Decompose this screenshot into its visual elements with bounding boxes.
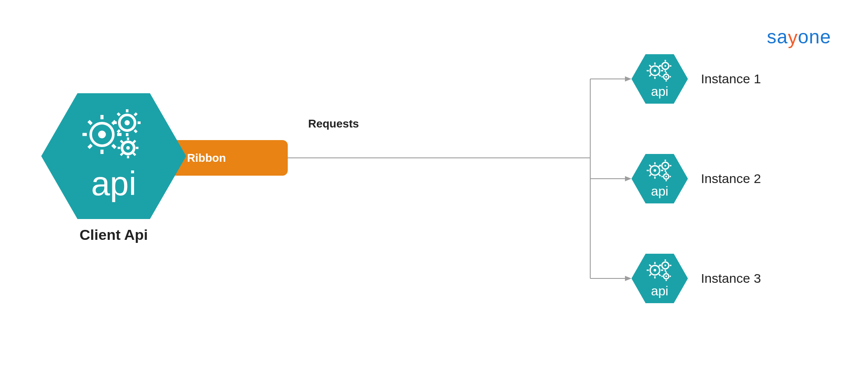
- svg-point-64: [654, 169, 656, 172]
- svg-line-36: [133, 141, 135, 143]
- svg-point-10: [98, 131, 106, 138]
- svg-point-41: [654, 69, 656, 72]
- instance-hex-text: api: [651, 284, 668, 298]
- svg-line-37: [121, 153, 123, 155]
- ribbon-box: Ribbon: [171, 140, 288, 176]
- svg-marker-3: [625, 76, 631, 82]
- svg-line-15: [89, 121, 92, 124]
- svg-point-87: [654, 269, 656, 272]
- svg-line-28: [135, 130, 137, 132]
- svg-point-20: [125, 120, 130, 125]
- svg-marker-7: [625, 276, 631, 281]
- logo-text-part2: one: [798, 26, 831, 47]
- instance-hex-text: api: [651, 184, 668, 198]
- svg-line-35: [121, 141, 123, 143]
- ribbon-label: Ribbon: [187, 151, 226, 165]
- instance-2-label: Instance 2: [701, 171, 761, 186]
- svg-line-27: [118, 130, 120, 132]
- svg-point-97: [664, 265, 666, 266]
- instance-1-hexagon: api: [631, 54, 688, 104]
- instance-2-hexagon: api: [631, 154, 688, 203]
- svg-point-80: [665, 176, 667, 177]
- instance-hex-text: api: [651, 84, 668, 98]
- svg-point-30: [126, 146, 130, 150]
- svg-line-25: [118, 113, 120, 115]
- svg-line-38: [133, 153, 135, 155]
- requests-label: Requests: [308, 117, 359, 131]
- client-hex-text: api: [91, 164, 136, 203]
- logo-accent: y: [788, 27, 798, 49]
- svg-point-74: [664, 165, 666, 167]
- svg-line-18: [112, 145, 115, 148]
- instance-1-label: Instance 1: [701, 72, 761, 86]
- svg-point-51: [664, 65, 666, 67]
- instance-3-label: Instance 3: [701, 271, 761, 286]
- client-api-hexagon: api: [41, 93, 186, 219]
- instance-3-hexagon: api: [631, 254, 688, 303]
- svg-point-103: [665, 275, 667, 277]
- svg-point-57: [665, 76, 667, 78]
- svg-marker-5: [625, 176, 631, 181]
- logo-text-part1: sa: [767, 26, 788, 47]
- client-api-label: Client Api: [41, 226, 186, 243]
- brand-logo: sayone: [767, 26, 831, 48]
- svg-line-17: [89, 145, 92, 148]
- svg-line-26: [135, 113, 137, 115]
